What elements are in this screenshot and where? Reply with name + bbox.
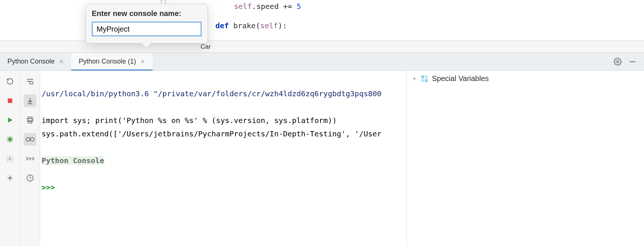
svg-line-8 xyxy=(7,137,9,138)
code-blank xyxy=(171,13,644,19)
execute-selection-button[interactable] xyxy=(24,152,36,165)
console-area: /usr/local/bin/python3.6 "/private/var/f… xyxy=(0,71,644,246)
settings-button[interactable] xyxy=(4,152,16,165)
svg-rect-1 xyxy=(630,61,635,62)
close-icon[interactable]: ✕ xyxy=(140,58,145,65)
variables-title: Special Variables xyxy=(432,74,489,83)
svg-line-11 xyxy=(11,137,12,138)
console-prompt: >>> xyxy=(42,183,59,192)
tab-python-console[interactable]: Python Console ✕ xyxy=(0,53,71,70)
scroll-to-end-button[interactable] xyxy=(24,94,36,107)
history-button[interactable] xyxy=(24,172,36,184)
console-toolbar-right xyxy=(20,71,40,246)
svg-point-3 xyxy=(8,137,12,141)
popover-title: Enter new console name: xyxy=(92,9,202,18)
gear-icon[interactable] xyxy=(614,58,622,66)
variables-panel: Special Variables xyxy=(406,71,644,246)
code-line: self.speed += 5 xyxy=(171,0,644,13)
console-line: /usr/local/bin/python3.6 "/private/var/f… xyxy=(42,89,381,98)
console-tabs: Python Console ✕ Python Console (1) ✕ xyxy=(0,53,644,71)
run-button[interactable] xyxy=(4,114,16,126)
console-toolbar-left xyxy=(0,71,20,246)
svg-rect-19 xyxy=(421,75,424,78)
code-lines: self.speed += 5 def brake(self): xyxy=(171,0,644,32)
console-name-input[interactable] xyxy=(92,22,202,36)
console-line: sys.path.extend(['/Users/jetbrains/Pycha… xyxy=(42,129,381,138)
svg-line-10 xyxy=(7,141,9,142)
editor-area: 13 self.speed += 5 def brake(self): Ente… xyxy=(0,0,644,41)
chevron-right-icon xyxy=(412,76,417,81)
console-line: import sys; print('Python %s on %s' % (s… xyxy=(42,116,337,125)
print-button[interactable] xyxy=(24,114,36,126)
new-console-button[interactable] xyxy=(4,172,16,184)
svg-point-12 xyxy=(9,158,11,159)
svg-point-17 xyxy=(30,137,34,141)
stop-button[interactable] xyxy=(4,94,16,107)
tab-label: Python Console xyxy=(7,58,55,65)
rerun-button[interactable] xyxy=(4,75,16,88)
debug-button[interactable] xyxy=(4,133,16,146)
softwrap-button[interactable] xyxy=(24,75,36,88)
svg-rect-2 xyxy=(8,98,12,103)
svg-rect-21 xyxy=(421,79,424,82)
svg-point-16 xyxy=(26,137,30,141)
svg-line-9 xyxy=(11,141,12,142)
special-variables-row[interactable]: Special Variables xyxy=(412,74,639,83)
console-highlight: Python Console xyxy=(42,156,104,165)
console-output[interactable]: /usr/local/bin/python3.6 "/private/var/f… xyxy=(40,71,406,246)
tab-label: Python Console (1) xyxy=(79,58,136,65)
show-variables-button[interactable] xyxy=(24,133,36,146)
svg-rect-22 xyxy=(425,79,428,82)
tab-python-console-1[interactable]: Python Console (1) ✕ xyxy=(71,53,153,70)
code-line: def brake(self): xyxy=(171,19,644,32)
variables-icon xyxy=(421,75,428,82)
close-icon[interactable]: ✕ xyxy=(59,58,64,65)
minimize-icon[interactable] xyxy=(628,58,637,66)
svg-rect-20 xyxy=(425,75,428,78)
svg-point-0 xyxy=(617,61,619,63)
rename-console-popover: Enter new console name: xyxy=(85,4,208,43)
breadcrumb-item[interactable]: Car xyxy=(201,43,211,50)
